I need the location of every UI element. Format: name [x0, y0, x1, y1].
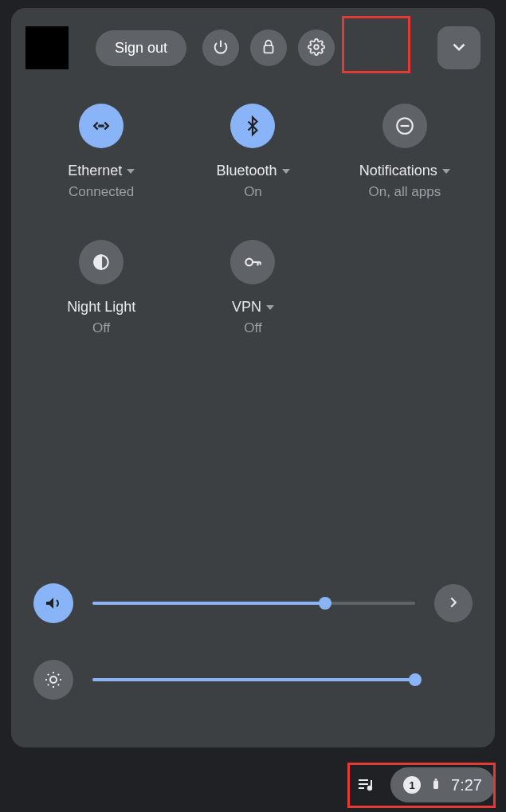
svg-line-19 — [48, 685, 49, 685]
tile-night-light[interactable]: Night Light Off — [25, 240, 177, 336]
svg-point-1 — [314, 45, 319, 49]
svg-point-24 — [368, 786, 371, 789]
header-row: Sign out — [25, 24, 481, 72]
notifications-icon — [382, 104, 427, 148]
tile-label: Night Light — [67, 299, 135, 316]
ethernet-icon — [79, 104, 124, 148]
tile-label: Notifications — [359, 163, 437, 179]
gear-icon — [308, 38, 325, 58]
caret-down-icon — [282, 169, 290, 174]
tray-clock: 7:27 — [451, 776, 482, 794]
volume-slider[interactable] — [92, 602, 415, 605]
caret-down-icon — [266, 305, 274, 310]
power-button[interactable] — [202, 29, 239, 66]
svg-point-4 — [103, 125, 104, 126]
svg-point-8 — [246, 259, 253, 266]
tile-status: Connected — [69, 184, 134, 200]
power-icon — [212, 38, 229, 58]
brightness-icon[interactable] — [33, 660, 73, 700]
slider-thumb[interactable] — [409, 673, 422, 686]
brightness-slider[interactable] — [92, 678, 415, 681]
tile-status: On — [244, 184, 262, 200]
svg-line-20 — [58, 674, 59, 675]
tile-ethernet[interactable]: Ethernet Connected — [25, 104, 177, 200]
collapse-button[interactable] — [437, 26, 481, 69]
volume-icon[interactable] — [33, 583, 73, 623]
sign-out-button[interactable]: Sign out — [96, 30, 186, 66]
tile-status: On, all apps — [368, 184, 441, 200]
bluetooth-icon — [230, 104, 275, 148]
brightness-row — [33, 660, 473, 700]
caret-down-icon — [127, 169, 135, 174]
tile-label-row: Ethernet — [68, 163, 135, 179]
svg-rect-26 — [435, 779, 437, 780]
quick-settings-panel: Sign out Ethe — [11, 8, 495, 747]
media-controls-button[interactable] — [347, 767, 382, 802]
chevron-right-icon — [445, 594, 462, 614]
tile-bluetooth[interactable]: Bluetooth On — [177, 104, 328, 200]
system-tray-button[interactable]: 1 7:27 — [390, 767, 495, 802]
audio-settings-button[interactable] — [434, 584, 473, 622]
battery-icon — [429, 777, 443, 794]
volume-row — [33, 583, 473, 623]
sliders-section — [33, 583, 473, 700]
tile-label-row: Notifications — [359, 163, 450, 179]
lock-button[interactable] — [250, 29, 287, 66]
tile-label: Bluetooth — [216, 163, 277, 179]
tile-vpn[interactable]: VPN Off — [177, 240, 328, 336]
slider-thumb[interactable] — [319, 597, 331, 610]
music-queue-icon — [355, 775, 375, 796]
svg-rect-25 — [433, 780, 438, 789]
avatar[interactable] — [25, 26, 69, 69]
tile-label-row: VPN — [232, 299, 274, 316]
taskbar: 1 7:27 — [0, 758, 506, 812]
caret-down-icon — [442, 169, 450, 174]
svg-line-16 — [58, 685, 59, 685]
chevron-down-icon — [449, 37, 469, 60]
tile-label: Ethernet — [68, 163, 122, 179]
vpn-key-icon — [230, 240, 275, 284]
tile-label: VPN — [232, 299, 261, 316]
tile-status: Off — [244, 320, 261, 336]
night-light-icon — [79, 240, 124, 284]
settings-button[interactable] — [298, 29, 335, 66]
tile-label-row: Bluetooth — [216, 163, 289, 179]
notification-count-badge: 1 — [403, 776, 421, 794]
svg-rect-0 — [265, 45, 273, 53]
tiles-grid: Ethernet Connected Bluetooth On Notifica… — [25, 104, 481, 336]
lock-icon — [260, 38, 277, 58]
tile-notifications[interactable]: Notifications On, all apps — [329, 104, 481, 200]
tile-label-row: Night Light — [67, 299, 135, 316]
svg-line-15 — [48, 674, 49, 675]
tile-status: Off — [92, 320, 110, 336]
svg-point-12 — [50, 677, 57, 683]
